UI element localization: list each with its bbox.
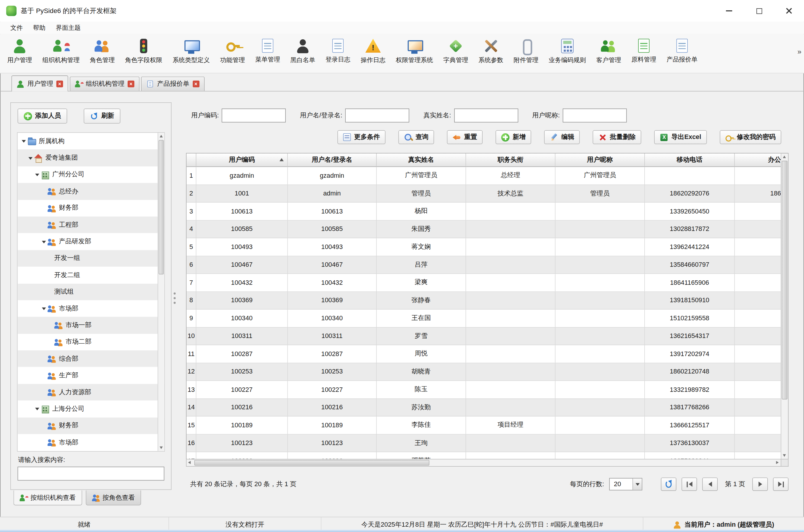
- expander-icon[interactable]: [27, 150, 34, 167]
- toolbar-button[interactable]: 角色字段权限: [121, 36, 167, 66]
- action-button[interactable]: 导出Excel: [654, 130, 707, 144]
- table-row[interactable]: 5 100493100493蒋文娴13962441224: [187, 239, 781, 256]
- view-tab[interactable]: 按组织机构查看: [13, 490, 82, 506]
- prev-page-button[interactable]: [702, 478, 717, 491]
- action-button[interactable]: 重置: [447, 130, 483, 144]
- minimize-button[interactable]: [714, 0, 744, 22]
- expander-icon[interactable]: [41, 367, 47, 384]
- tree-item[interactable]: 市场部: [17, 300, 164, 317]
- table-row[interactable]: 11 100287100287周悦13917202974: [187, 345, 781, 363]
- table-horizontal-scrollbar[interactable]: [186, 459, 781, 467]
- expander-icon[interactable]: [41, 434, 47, 451]
- toolbar-button[interactable]: 角色管理: [86, 36, 119, 66]
- action-button[interactable]: 新增: [496, 130, 531, 144]
- table-row[interactable]: 9 100340100340王在国15102159558: [187, 310, 781, 327]
- tree-item[interactable]: 爱奇迪集团: [17, 150, 164, 167]
- expander-icon[interactable]: [47, 267, 54, 284]
- scroll-down-arrow-icon[interactable]: [158, 444, 165, 451]
- document-tab[interactable]: 用户管理: [11, 75, 68, 91]
- toolbar-button[interactable]: 系统类型定义: [169, 36, 214, 66]
- next-page-button[interactable]: [752, 478, 768, 491]
- tree-item[interactable]: 财务部: [17, 200, 164, 216]
- tab-close-icon[interactable]: [192, 81, 199, 88]
- last-page-button[interactable]: [773, 478, 788, 491]
- filter-input[interactable]: [454, 109, 518, 122]
- table-row[interactable]: 17 100096100096邓芳芳13675830241: [187, 452, 781, 459]
- tree-item[interactable]: 所属机构: [17, 133, 164, 150]
- toolbar-button[interactable]: 操作日志: [357, 36, 390, 66]
- menu-item[interactable]: 文件: [5, 22, 28, 34]
- menu-item[interactable]: 帮助: [28, 22, 51, 34]
- first-page-button[interactable]: [682, 478, 697, 491]
- rows-per-page-select[interactable]: 20: [609, 478, 642, 490]
- expander-icon[interactable]: [41, 216, 47, 233]
- scroll-up-arrow-icon[interactable]: [158, 133, 165, 139]
- toolbar-button[interactable]: 字典管理: [439, 36, 472, 66]
- chevron-down-icon[interactable]: [632, 478, 642, 490]
- toolbar-button[interactable]: 黑白名单: [286, 36, 319, 66]
- column-header[interactable]: 办公电话: [735, 153, 781, 167]
- action-button[interactable]: 修改我的密码: [720, 130, 781, 144]
- tree-item[interactable]: 产品研发部: [17, 233, 164, 250]
- table-row[interactable]: 1 gzadmingzadmin广州管理员总经理广州管理员: [187, 167, 781, 185]
- toolbar-button[interactable]: 登录日志: [321, 36, 355, 65]
- add-person-button[interactable]: 添加人员: [17, 109, 67, 124]
- toolbar-button[interactable]: 附件管理: [510, 36, 542, 66]
- tree-search-input[interactable]: [17, 467, 164, 480]
- toolbar-button[interactable]: 系统参数: [474, 36, 508, 66]
- expander-icon[interactable]: [41, 350, 47, 367]
- menu-item[interactable]: 界面主题: [51, 22, 86, 34]
- expander-icon[interactable]: [41, 200, 47, 216]
- tree-item[interactable]: 综合部: [17, 350, 164, 367]
- expander-icon[interactable]: [47, 334, 54, 350]
- toolbar-button[interactable]: 菜单管理: [251, 36, 284, 65]
- table-row[interactable]: 10 100311100311罗雪13621654317: [187, 327, 781, 345]
- tree-item[interactable]: 广州分公司: [17, 166, 164, 183]
- expander-icon[interactable]: [41, 183, 47, 200]
- filter-input[interactable]: [222, 109, 286, 122]
- scroll-right-arrow-icon[interactable]: [774, 459, 781, 466]
- table-vertical-scrollbar[interactable]: [781, 153, 788, 459]
- tree-item[interactable]: 总经办: [17, 183, 164, 200]
- toolbar-button[interactable]: 原料管理: [627, 36, 660, 65]
- expander-icon[interactable]: [41, 300, 47, 317]
- expander-icon[interactable]: [34, 401, 41, 418]
- tree-item[interactable]: 生产部: [17, 367, 164, 384]
- table-row[interactable]: 7 100432100432梁爽18641165906: [187, 274, 781, 291]
- table-row[interactable]: 14 100216100216苏汝勤13817768266: [187, 399, 781, 416]
- view-tab[interactable]: 按角色查看: [85, 490, 141, 506]
- tree-item[interactable]: 市场二部: [17, 334, 164, 350]
- column-header[interactable]: 真实姓名: [377, 153, 466, 167]
- action-button[interactable]: 批量删除: [593, 130, 642, 144]
- column-header[interactable]: 职务头衔: [466, 153, 555, 167]
- maximize-button[interactable]: [744, 0, 774, 22]
- panel-splitter[interactable]: [172, 102, 178, 490]
- table-row[interactable]: 8 100369100369张静春13918150910: [187, 291, 781, 309]
- toolbar-button[interactable]: 客户管理: [592, 36, 626, 66]
- expander-icon[interactable]: [34, 166, 41, 183]
- column-header[interactable]: 用户编码: [196, 153, 288, 167]
- toolbar-button[interactable]: 业务编码规则: [545, 36, 590, 66]
- document-tab[interactable]: 组织机构管理: [70, 77, 139, 91]
- toolbar-overflow-chevron[interactable]: »: [798, 48, 802, 56]
- tree-item[interactable]: 开发一组: [17, 250, 164, 267]
- tree-item[interactable]: 上海分公司: [17, 401, 164, 418]
- scrollbar-thumb[interactable]: [194, 460, 429, 466]
- toolbar-button[interactable]: 组织机构管理: [38, 36, 84, 66]
- column-header[interactable]: 用户名/登录名: [288, 153, 377, 167]
- tree-item[interactable]: 财务部: [17, 417, 164, 434]
- tree-item[interactable]: 市场一部: [17, 317, 164, 334]
- scroll-left-arrow-icon[interactable]: [187, 459, 193, 466]
- tree-item[interactable]: 人力资源部: [17, 384, 164, 401]
- refresh-button[interactable]: 刷新: [84, 109, 120, 124]
- scrollbar-thumb[interactable]: [782, 160, 787, 399]
- expander-icon[interactable]: [21, 133, 27, 150]
- expander-icon[interactable]: [47, 250, 54, 267]
- table-row[interactable]: 12 100253100253胡晓青18602120748: [187, 363, 781, 381]
- scrollbar-thumb[interactable]: [158, 140, 164, 274]
- table-row[interactable]: 6 100467100467吕萍13584660797: [187, 256, 781, 274]
- table-row[interactable]: 16 100123100123王珣13736130037: [187, 434, 781, 452]
- table-row[interactable]: 13 100227100227陈玉13321989782: [187, 381, 781, 399]
- column-header[interactable]: 用户呢称: [555, 153, 645, 167]
- toolbar-button[interactable]: 产品报价单: [662, 36, 702, 65]
